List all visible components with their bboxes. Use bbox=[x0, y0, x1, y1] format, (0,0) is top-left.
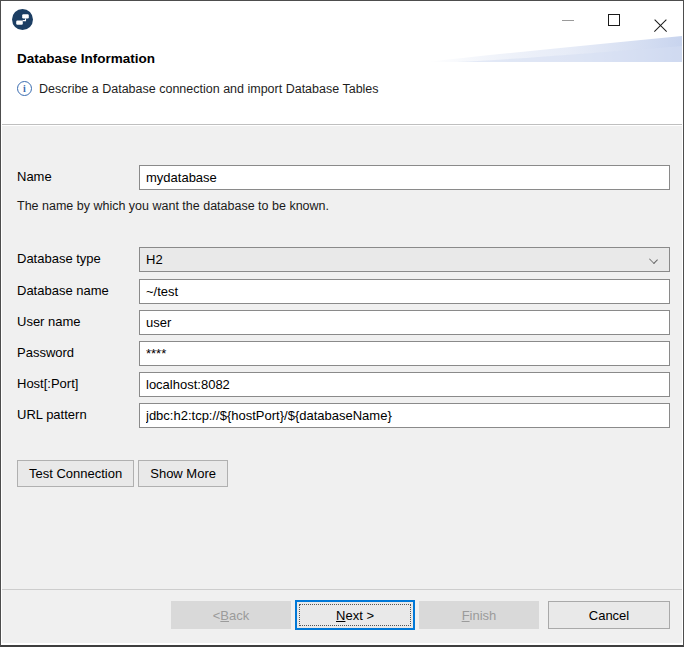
host-port-label: Host[:Port] bbox=[17, 376, 78, 391]
cancel-button[interactable]: Cancel bbox=[548, 601, 670, 629]
test-connection-button[interactable]: Test Connection bbox=[17, 460, 134, 487]
next-button[interactable]: Next > bbox=[295, 600, 415, 630]
footer-separator bbox=[2, 589, 682, 590]
close-button[interactable] bbox=[637, 1, 683, 39]
page-description: Describe a Database connection and impor… bbox=[39, 82, 379, 96]
name-input[interactable] bbox=[139, 165, 670, 190]
password-input[interactable] bbox=[139, 341, 670, 366]
finish-button[interactable]: Finish bbox=[419, 601, 539, 629]
url-pattern-input[interactable] bbox=[139, 403, 670, 428]
chevron-down-icon bbox=[649, 255, 658, 264]
name-label: Name bbox=[17, 169, 52, 184]
maximize-icon bbox=[608, 14, 620, 26]
user-name-input[interactable] bbox=[139, 310, 670, 335]
name-help-text: The name by which you want the database … bbox=[17, 199, 329, 213]
minimize-icon bbox=[562, 20, 574, 21]
page-title: Database Information bbox=[17, 51, 155, 66]
database-type-dropdown[interactable]: H2 bbox=[139, 247, 670, 272]
database-type-value: H2 bbox=[146, 252, 163, 267]
url-pattern-label: URL pattern bbox=[17, 407, 87, 422]
wizard-header: Database Information i Describe a Databa… bbox=[2, 39, 682, 125]
show-more-button[interactable]: Show More bbox=[138, 460, 228, 487]
host-port-input[interactable] bbox=[139, 372, 670, 397]
maximize-button[interactable] bbox=[591, 1, 637, 39]
database-name-label: Database name bbox=[17, 283, 109, 298]
database-information-dialog: Database Information i Describe a Databa… bbox=[0, 0, 684, 647]
back-button[interactable]: < Back bbox=[171, 601, 291, 629]
database-type-label: Database type bbox=[17, 251, 101, 266]
close-icon bbox=[653, 19, 668, 34]
app-logo-icon bbox=[12, 9, 33, 30]
window-controls bbox=[545, 1, 683, 39]
title-bar bbox=[1, 1, 683, 39]
password-label: Password bbox=[17, 345, 74, 360]
form-area: Name The name by which you want the data… bbox=[2, 126, 682, 643]
user-name-label: User name bbox=[17, 314, 81, 329]
database-name-input[interactable] bbox=[139, 279, 670, 304]
info-icon: i bbox=[17, 81, 32, 96]
minimize-button[interactable] bbox=[545, 1, 591, 39]
